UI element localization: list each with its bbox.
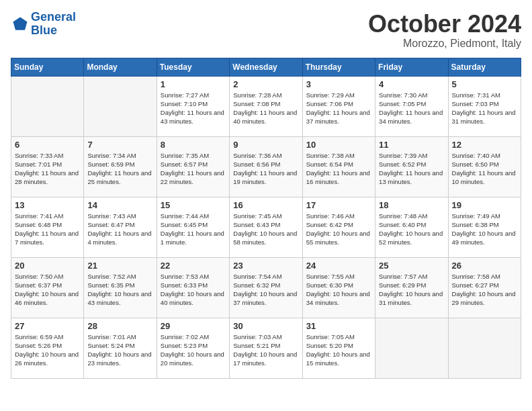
month-title: October 2024 bbox=[368, 11, 521, 38]
col-header-sunday: Sunday bbox=[11, 58, 84, 76]
calendar-day-cell: 24Sunrise: 7:55 AMSunset: 6:30 PMDayligh… bbox=[302, 257, 375, 318]
calendar-day-cell bbox=[375, 318, 448, 378]
calendar-week-row: 13Sunrise: 7:41 AMSunset: 6:48 PMDayligh… bbox=[11, 197, 521, 257]
calendar-day-cell: 19Sunrise: 7:49 AMSunset: 6:38 PMDayligh… bbox=[448, 197, 521, 257]
day-info: Sunrise: 7:55 AMSunset: 6:30 PMDaylight:… bbox=[306, 272, 371, 308]
day-info: Sunrise: 7:43 AMSunset: 6:47 PMDaylight:… bbox=[87, 212, 152, 247]
day-number: 28 bbox=[87, 321, 152, 331]
calendar-day-cell: 9Sunrise: 7:36 AMSunset: 6:56 PMDaylight… bbox=[230, 136, 302, 197]
day-info: Sunrise: 7:27 AMSunset: 7:10 PMDaylight:… bbox=[161, 91, 226, 126]
calendar-day-cell: 15Sunrise: 7:44 AMSunset: 6:45 PMDayligh… bbox=[157, 197, 229, 257]
col-header-thursday: Thursday bbox=[302, 58, 375, 76]
day-info: Sunrise: 6:59 AMSunset: 5:26 PMDaylight:… bbox=[15, 332, 80, 368]
calendar-header-row: SundayMondayTuesdayWednesdayThursdayFrid… bbox=[11, 58, 521, 76]
day-info: Sunrise: 7:05 AMSunset: 5:20 PMDaylight:… bbox=[306, 332, 371, 368]
day-info: Sunrise: 7:33 AMSunset: 7:01 PMDaylight:… bbox=[15, 151, 80, 187]
svg-marker-0 bbox=[13, 17, 28, 30]
calendar-day-cell: 31Sunrise: 7:05 AMSunset: 5:20 PMDayligh… bbox=[302, 318, 375, 378]
calendar-day-cell: 18Sunrise: 7:48 AMSunset: 6:40 PMDayligh… bbox=[375, 197, 448, 257]
logo-text-blue: Blue bbox=[31, 24, 76, 38]
day-number: 20 bbox=[15, 261, 80, 271]
calendar-week-row: 27Sunrise: 6:59 AMSunset: 5:26 PMDayligh… bbox=[11, 318, 521, 378]
day-info: Sunrise: 7:41 AMSunset: 6:48 PMDaylight:… bbox=[15, 212, 80, 247]
calendar-week-row: 1Sunrise: 7:27 AMSunset: 7:10 PMDaylight… bbox=[11, 76, 521, 136]
calendar-day-cell bbox=[84, 76, 157, 136]
day-number: 14 bbox=[87, 200, 152, 210]
day-number: 21 bbox=[87, 261, 152, 271]
day-info: Sunrise: 7:29 AMSunset: 7:06 PMDaylight:… bbox=[306, 91, 371, 126]
calendar-day-cell: 4Sunrise: 7:30 AMSunset: 7:05 PMDaylight… bbox=[375, 76, 448, 136]
day-number: 6 bbox=[15, 140, 80, 150]
day-info: Sunrise: 7:45 AMSunset: 6:43 PMDaylight:… bbox=[233, 212, 298, 247]
calendar-day-cell: 14Sunrise: 7:43 AMSunset: 6:47 PMDayligh… bbox=[84, 197, 157, 257]
calendar-day-cell: 27Sunrise: 6:59 AMSunset: 5:26 PMDayligh… bbox=[11, 318, 84, 378]
calendar-day-cell: 10Sunrise: 7:38 AMSunset: 6:54 PMDayligh… bbox=[302, 136, 375, 197]
day-info: Sunrise: 7:39 AMSunset: 6:52 PMDaylight:… bbox=[379, 151, 444, 187]
calendar-day-cell: 17Sunrise: 7:46 AMSunset: 6:42 PMDayligh… bbox=[302, 197, 375, 257]
col-header-tuesday: Tuesday bbox=[157, 58, 229, 76]
day-info: Sunrise: 7:35 AMSunset: 6:57 PMDaylight:… bbox=[161, 151, 226, 187]
calendar-day-cell: 30Sunrise: 7:03 AMSunset: 5:21 PMDayligh… bbox=[230, 318, 302, 378]
day-info: Sunrise: 7:38 AMSunset: 6:54 PMDaylight:… bbox=[306, 151, 371, 187]
calendar-day-cell: 3Sunrise: 7:29 AMSunset: 7:06 PMDaylight… bbox=[302, 76, 375, 136]
day-number: 13 bbox=[15, 200, 80, 210]
calendar-day-cell: 28Sunrise: 7:01 AMSunset: 5:24 PMDayligh… bbox=[84, 318, 157, 378]
calendar-day-cell: 23Sunrise: 7:54 AMSunset: 6:32 PMDayligh… bbox=[230, 257, 302, 318]
calendar-day-cell: 6Sunrise: 7:33 AMSunset: 7:01 PMDaylight… bbox=[11, 136, 84, 197]
day-number: 9 bbox=[233, 140, 298, 150]
calendar-table: SundayMondayTuesdayWednesdayThursdayFrid… bbox=[11, 58, 521, 379]
day-number: 4 bbox=[379, 79, 444, 89]
col-header-friday: Friday bbox=[375, 58, 448, 76]
calendar-day-cell: 13Sunrise: 7:41 AMSunset: 6:48 PMDayligh… bbox=[11, 197, 84, 257]
calendar-day-cell: 25Sunrise: 7:57 AMSunset: 6:29 PMDayligh… bbox=[375, 257, 448, 318]
day-info: Sunrise: 7:49 AMSunset: 6:38 PMDaylight:… bbox=[452, 212, 517, 247]
day-info: Sunrise: 7:58 AMSunset: 6:27 PMDaylight:… bbox=[452, 272, 517, 308]
day-info: Sunrise: 7:48 AMSunset: 6:40 PMDaylight:… bbox=[379, 212, 444, 247]
day-number: 19 bbox=[452, 200, 517, 210]
day-info: Sunrise: 7:34 AMSunset: 6:59 PMDaylight:… bbox=[87, 151, 152, 187]
calendar-day-cell: 22Sunrise: 7:53 AMSunset: 6:33 PMDayligh… bbox=[157, 257, 229, 318]
calendar-day-cell: 29Sunrise: 7:02 AMSunset: 5:23 PMDayligh… bbox=[157, 318, 229, 378]
calendar-day-cell: 16Sunrise: 7:45 AMSunset: 6:43 PMDayligh… bbox=[230, 197, 302, 257]
day-number: 15 bbox=[161, 200, 226, 210]
day-info: Sunrise: 7:52 AMSunset: 6:35 PMDaylight:… bbox=[87, 272, 152, 308]
day-number: 27 bbox=[15, 321, 80, 331]
day-info: Sunrise: 7:57 AMSunset: 6:29 PMDaylight:… bbox=[379, 272, 444, 308]
calendar-day-cell: 12Sunrise: 7:40 AMSunset: 6:50 PMDayligh… bbox=[448, 136, 521, 197]
logo-icon bbox=[11, 15, 30, 34]
day-number: 26 bbox=[452, 261, 517, 271]
page-header: General Blue October 2024 Morozzo, Piedm… bbox=[11, 11, 521, 50]
day-number: 11 bbox=[379, 140, 444, 150]
day-number: 18 bbox=[379, 200, 444, 210]
calendar-day-cell: 20Sunrise: 7:50 AMSunset: 6:37 PMDayligh… bbox=[11, 257, 84, 318]
calendar-day-cell bbox=[448, 318, 521, 378]
day-number: 31 bbox=[306, 321, 371, 331]
day-number: 16 bbox=[233, 200, 298, 210]
calendar-day-cell bbox=[11, 76, 84, 136]
location-subtitle: Morozzo, Piedmont, Italy bbox=[368, 38, 521, 50]
day-number: 1 bbox=[161, 79, 226, 89]
day-info: Sunrise: 7:36 AMSunset: 6:56 PMDaylight:… bbox=[233, 151, 298, 187]
day-info: Sunrise: 7:40 AMSunset: 6:50 PMDaylight:… bbox=[452, 151, 517, 187]
day-number: 2 bbox=[233, 79, 298, 89]
calendar-day-cell: 26Sunrise: 7:58 AMSunset: 6:27 PMDayligh… bbox=[448, 257, 521, 318]
col-header-wednesday: Wednesday bbox=[230, 58, 302, 76]
day-number: 24 bbox=[306, 261, 371, 271]
calendar-day-cell: 21Sunrise: 7:52 AMSunset: 6:35 PMDayligh… bbox=[84, 257, 157, 318]
day-info: Sunrise: 7:50 AMSunset: 6:37 PMDaylight:… bbox=[15, 272, 80, 308]
calendar-day-cell: 5Sunrise: 7:31 AMSunset: 7:03 PMDaylight… bbox=[448, 76, 521, 136]
day-number: 30 bbox=[233, 321, 298, 331]
day-number: 12 bbox=[452, 140, 517, 150]
logo-text-general: General bbox=[31, 10, 76, 24]
calendar-day-cell: 8Sunrise: 7:35 AMSunset: 6:57 PMDaylight… bbox=[157, 136, 229, 197]
day-info: Sunrise: 7:54 AMSunset: 6:32 PMDaylight:… bbox=[233, 272, 298, 308]
day-info: Sunrise: 7:31 AMSunset: 7:03 PMDaylight:… bbox=[452, 91, 517, 126]
day-info: Sunrise: 7:46 AMSunset: 6:42 PMDaylight:… bbox=[306, 212, 371, 247]
day-info: Sunrise: 7:01 AMSunset: 5:24 PMDaylight:… bbox=[87, 332, 152, 368]
day-number: 25 bbox=[379, 261, 444, 271]
day-info: Sunrise: 7:03 AMSunset: 5:21 PMDaylight:… bbox=[233, 332, 298, 368]
calendar-day-cell: 1Sunrise: 7:27 AMSunset: 7:10 PMDaylight… bbox=[157, 76, 229, 136]
calendar-week-row: 6Sunrise: 7:33 AMSunset: 7:01 PMDaylight… bbox=[11, 136, 521, 197]
col-header-monday: Monday bbox=[84, 58, 157, 76]
calendar-day-cell: 7Sunrise: 7:34 AMSunset: 6:59 PMDaylight… bbox=[84, 136, 157, 197]
